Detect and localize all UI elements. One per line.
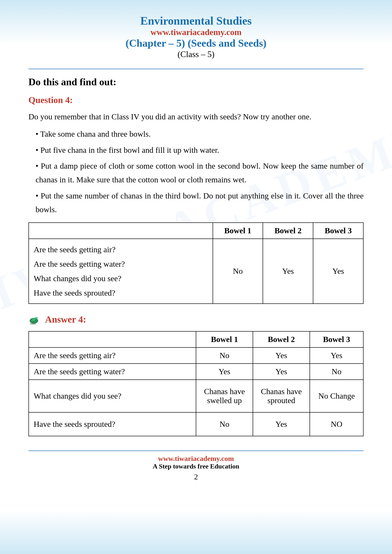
q-table-header-col0 — [29, 223, 213, 239]
a-table-cell-label-2: Are the seeds getting water? — [29, 364, 196, 380]
header-url: www.tiwariacademy.com — [28, 27, 364, 37]
header-title: Environmental Studies — [28, 14, 364, 27]
footer-page: 2 — [28, 472, 364, 481]
footer-url: www.tiwariacademy.com — [28, 455, 364, 463]
a-table-cell-2-b3: No — [310, 364, 363, 380]
q-table-header-col1: Bowel 1 — [213, 223, 263, 239]
q-table-header-col3: Bowel 3 — [313, 223, 363, 239]
a-table-cell-3-b3: No Change — [310, 380, 363, 412]
page-footer: www.tiwariacademy.com A Step towards fre… — [28, 450, 364, 481]
a-table-cell-4-b1: No — [196, 412, 253, 436]
question-label: Question 4: — [28, 95, 364, 105]
a-table-row-3: What changes did you see? Chanas have sw… — [29, 380, 363, 412]
tiwari-logo: TIWARI — [28, 313, 43, 325]
tiwari-logo-svg: TIWARI — [29, 314, 42, 325]
a-table-cell-2-b2: Yes — [253, 364, 310, 380]
q-table-header-col2: Bowel 2 — [263, 223, 313, 239]
answer-header: TIWARI Answer 4: — [28, 313, 364, 325]
bullet-4: • Put the same number of chanas in the t… — [28, 189, 364, 216]
a-table-cell-label-3: What changes did you see? — [29, 380, 196, 412]
a-table-row-1: Are the seeds getting air? No Yes Yes — [29, 347, 363, 364]
a-table-cell-1-b2: Yes — [253, 347, 310, 364]
answer-table: Bowel 1 Bowel 2 Bowel 3 Are the seeds ge… — [28, 331, 364, 436]
a-table-cell-4-b3: NO — [310, 412, 363, 436]
page-content: Environmental Studies www.tiwariacademy.… — [0, 0, 392, 500]
a-table-cell-label-1: Are the seeds getting air? — [29, 347, 196, 364]
bullet-1: • Take some chana and three bowls. — [28, 127, 364, 141]
a-table-cell-label-4: Have the seeds sprouted? — [29, 412, 196, 436]
header-chapter: (Chapter – 5) (Seeds and Seeds) — [28, 37, 364, 49]
footer-divider — [28, 450, 364, 451]
a-table-header-col2: Bowel 2 — [253, 331, 310, 347]
page-header: Environmental Studies www.tiwariacademy.… — [28, 14, 364, 59]
a-table-cell-3-b2: Chanas have sprouted — [253, 380, 310, 412]
a-table-cell-1-b3: Yes — [310, 347, 363, 364]
q-table-cell-b2: Yes — [263, 239, 313, 304]
a-table-header-col3: Bowel 3 — [310, 331, 363, 347]
bullet-3: • Put a damp piece of cloth or some cott… — [28, 159, 364, 187]
a-table-header-col0 — [29, 331, 196, 347]
header-class: (Class – 5) — [28, 49, 364, 59]
bullet-dot: • — [35, 161, 38, 170]
bullet-2: • Put five chana in the first bowl and f… — [28, 143, 364, 157]
header-divider — [28, 69, 364, 69]
section-heading: Do this and find out: — [28, 76, 364, 88]
bullet-dot: • — [35, 130, 38, 138]
a-table-cell-2-b1: Yes — [196, 364, 253, 380]
answer-label: Answer 4: — [45, 314, 86, 325]
a-table-row-2: Are the seeds getting water? Yes Yes No — [29, 364, 363, 380]
a-table-row-4: Have the seeds sprouted? No Yes NO — [29, 412, 363, 436]
q-table-cell-b3: Yes — [313, 239, 363, 304]
q-table-cell-label: Are the seeds getting air? Are the seeds… — [29, 239, 213, 304]
a-table-cell-3-b1: Chanas have swelled up — [196, 380, 253, 412]
a-table-cell-1-b1: No — [196, 347, 253, 364]
svg-text:TIWARI: TIWARI — [30, 323, 36, 325]
bullet-dot: • — [35, 146, 38, 154]
footer-tagline: A Step towards free Education — [28, 463, 364, 470]
q-table-row-1: Are the seeds getting air? Are the seeds… — [29, 239, 363, 304]
question-table: Bowel 1 Bowel 2 Bowel 3 Are the seeds ge… — [28, 222, 364, 304]
bullet-dot: • — [35, 191, 38, 200]
question-text: Do you remember that in Class IV you did… — [28, 110, 364, 124]
a-table-header-col1: Bowel 1 — [196, 331, 253, 347]
a-table-cell-4-b2: Yes — [253, 412, 310, 436]
q-table-cell-b1: No — [213, 239, 263, 304]
